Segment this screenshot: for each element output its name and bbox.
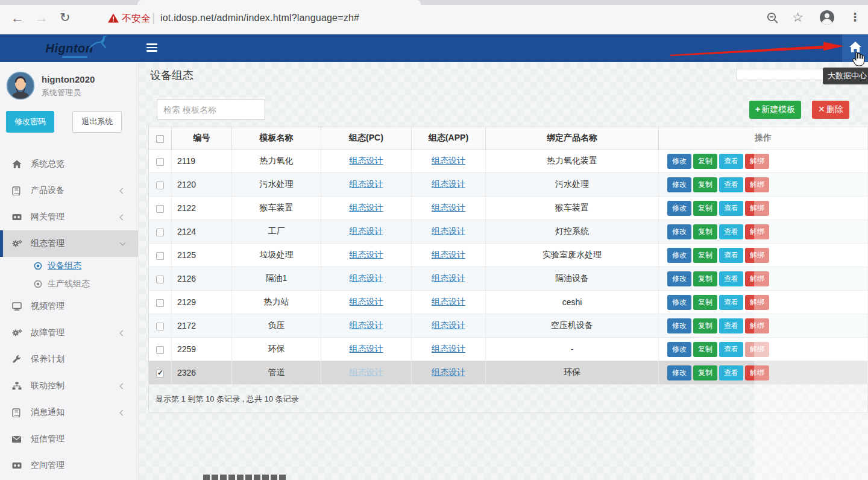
template-search-input[interactable] xyxy=(157,99,265,120)
sidebar-item-产品设备[interactable]: 产品设备 xyxy=(0,177,138,204)
edit-button[interactable]: 修改 xyxy=(667,248,691,263)
edit-button[interactable]: 修改 xyxy=(667,201,691,216)
security-warning-icon[interactable] xyxy=(107,13,119,26)
sidebar-item-联动控制[interactable]: 联动控制 xyxy=(0,373,138,399)
edit-button[interactable]: 修改 xyxy=(667,365,691,381)
browser-menu-kebab-icon[interactable]: ⋮ xyxy=(849,11,861,24)
copy-button[interactable]: 复制 xyxy=(693,224,717,239)
table-row[interactable]: 2119热力氧化组态设计组态设计热力氧化装置修改复制查看解绑 xyxy=(149,150,868,173)
pc-design-link[interactable]: 组态设计 xyxy=(350,226,383,236)
table-row[interactable]: 2129热力站组态设计组态设计ceshi修改复制查看解绑 xyxy=(149,291,868,314)
sidebar-item-消息通知[interactable]: 消息通知 xyxy=(0,399,138,426)
big-data-center-home-button[interactable] xyxy=(842,34,868,62)
pc-design-link[interactable]: 组态设计 xyxy=(350,297,383,306)
new-template-button[interactable]: +新建模板 xyxy=(749,101,801,119)
table-row[interactable]: 2326管道组态设计组态设计环保修改复制查看解绑 xyxy=(149,361,868,385)
edit-button[interactable]: 修改 xyxy=(667,318,691,333)
pc-design-link[interactable]: 组态设计 xyxy=(350,320,383,330)
sidebar-item-空间管理[interactable]: 空间管理 xyxy=(0,452,138,479)
copy-button[interactable]: 复制 xyxy=(693,177,717,192)
copy-button[interactable]: 复制 xyxy=(693,271,717,286)
edit-button[interactable]: 修改 xyxy=(667,224,691,239)
view-button[interactable]: 查看 xyxy=(719,201,743,216)
browser-profile-avatar[interactable] xyxy=(819,10,835,28)
row-checkbox[interactable] xyxy=(156,182,164,189)
table-row[interactable]: 2259环保组态设计组态设计-修改复制查看解绑 xyxy=(149,338,868,361)
unbind-button[interactable]: 解绑 xyxy=(745,295,769,310)
topright-mini-input[interactable] xyxy=(737,69,830,80)
view-button[interactable]: 查看 xyxy=(719,248,743,263)
edit-button[interactable]: 修改 xyxy=(667,154,691,169)
pc-design-link[interactable]: 组态设计 xyxy=(350,156,383,165)
row-checkbox[interactable] xyxy=(156,346,164,354)
app-design-link[interactable]: 组态设计 xyxy=(432,273,465,283)
browser-back-button[interactable]: ← xyxy=(11,11,24,25)
logout-button[interactable]: 退出系统 xyxy=(72,111,122,133)
row-checkbox[interactable] xyxy=(156,276,164,283)
unbind-button[interactable]: 解绑 xyxy=(745,224,769,239)
row-checkbox[interactable] xyxy=(156,323,164,330)
row-checkbox[interactable] xyxy=(156,229,164,236)
sidebar-toggle-menu-icon[interactable] xyxy=(146,43,157,54)
row-checkbox[interactable] xyxy=(156,205,164,213)
app-design-link[interactable]: 组态设计 xyxy=(432,344,465,353)
address-bar-url[interactable]: iot.idosp.net/admin/index.html?language=… xyxy=(160,13,359,24)
unbind-button[interactable]: 解绑 xyxy=(745,201,769,216)
pc-design-link[interactable]: 组态设计 xyxy=(350,179,383,189)
row-checkbox[interactable] xyxy=(156,299,164,307)
unbind-button[interactable]: 解绑 xyxy=(745,154,769,169)
edit-button[interactable]: 修改 xyxy=(667,271,691,286)
app-design-link[interactable]: 组态设计 xyxy=(432,203,465,212)
view-button[interactable]: 查看 xyxy=(719,224,743,239)
sidebar-item-网关管理[interactable]: 网关管理 xyxy=(0,204,138,230)
copy-button[interactable]: 复制 xyxy=(693,318,717,333)
copy-button[interactable]: 复制 xyxy=(693,154,717,169)
delete-button[interactable]: ✕删除 xyxy=(812,101,849,119)
app-design-link[interactable]: 组态设计 xyxy=(432,179,465,189)
unbind-button[interactable]: 解绑 xyxy=(745,365,769,381)
table-row[interactable]: 2122猴车装置组态设计组态设计猴车装置修改复制查看解绑 xyxy=(149,197,868,220)
browser-forward-button[interactable]: → xyxy=(35,11,48,25)
table-row[interactable]: 2126隔油1组态设计组态设计隔油设备修改复制查看解绑 xyxy=(149,267,868,291)
view-button[interactable]: 查看 xyxy=(719,295,743,310)
change-password-button[interactable]: 修改密码 xyxy=(6,111,54,133)
pc-design-link[interactable]: 组态设计 xyxy=(350,344,383,353)
view-button[interactable]: 查看 xyxy=(719,177,743,192)
bookmark-star-icon[interactable]: ☆ xyxy=(792,11,804,24)
table-row[interactable]: 2120污水处理组态设计组态设计污水处理修改复制查看解绑 xyxy=(149,173,868,197)
pc-design-link[interactable]: 组态设计 xyxy=(350,367,383,377)
row-checkbox[interactable] xyxy=(156,252,164,260)
view-button[interactable]: 查看 xyxy=(719,318,743,333)
pc-design-link[interactable]: 组态设计 xyxy=(350,250,383,259)
sidebar-item-系统总览[interactable]: 系统总览 xyxy=(0,151,138,177)
pc-design-link[interactable]: 组态设计 xyxy=(350,273,383,283)
pc-design-link[interactable]: 组态设计 xyxy=(350,203,383,212)
app-design-link[interactable]: 组态设计 xyxy=(432,226,465,236)
browser-active-tab[interactable] xyxy=(137,0,421,5)
copy-button[interactable]: 复制 xyxy=(693,201,717,216)
sidebar-subitem-设备组态[interactable]: 设备组态 xyxy=(0,257,138,275)
copy-button[interactable]: 复制 xyxy=(693,295,717,310)
view-button[interactable]: 查看 xyxy=(719,154,743,169)
table-row[interactable]: 2124工厂组态设计组态设计灯控系统修改复制查看解绑 xyxy=(149,220,868,244)
view-button[interactable]: 查看 xyxy=(719,271,743,286)
sidebar-item-故障管理[interactable]: 故障管理 xyxy=(0,320,138,346)
row-checkbox[interactable] xyxy=(156,158,164,166)
edit-button[interactable]: 修改 xyxy=(667,342,691,357)
security-warning-label[interactable]: 不安全 xyxy=(122,13,151,25)
view-button[interactable]: 查看 xyxy=(719,342,743,357)
copy-button[interactable]: 复制 xyxy=(693,365,717,381)
app-design-link[interactable]: 组态设计 xyxy=(432,156,465,165)
edit-button[interactable]: 修改 xyxy=(667,177,691,192)
app-design-link[interactable]: 组态设计 xyxy=(432,250,465,259)
sidebar-item-视频管理[interactable]: 视频管理 xyxy=(0,293,138,320)
table-row[interactable]: 2125垃圾处理组态设计组态设计实验室废水处理修改复制查看解绑 xyxy=(149,244,868,267)
zoom-out-icon[interactable] xyxy=(766,11,779,27)
browser-reload-button[interactable]: ↻ xyxy=(60,11,71,24)
unbind-button[interactable]: 解绑 xyxy=(745,271,769,286)
select-all-checkbox[interactable] xyxy=(156,135,164,143)
unbind-button[interactable]: 解绑 xyxy=(745,342,769,357)
unbind-button[interactable]: 解绑 xyxy=(745,177,769,192)
app-design-link[interactable]: 组态设计 xyxy=(432,367,465,377)
sidebar-item-保养计划[interactable]: 保养计划 xyxy=(0,346,138,373)
